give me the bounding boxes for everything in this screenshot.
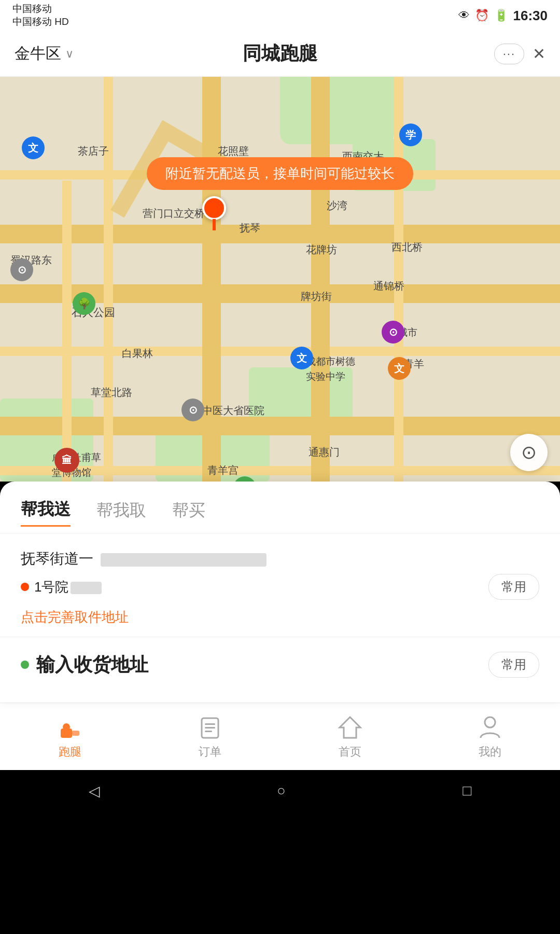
map-label-huapaif: 花牌坊 xyxy=(306,243,337,257)
road-h4 xyxy=(0,347,560,356)
address-blurred-part xyxy=(101,553,267,567)
shouye-icon xyxy=(337,714,363,741)
nav-item-shouye[interactable]: 首页 xyxy=(280,714,420,760)
road-v5 xyxy=(62,181,72,482)
nav-item-dingdan[interactable]: 订单 xyxy=(140,714,280,760)
map-label-tongjinq: 通锦桥 xyxy=(373,279,404,293)
chevron-down-icon: ∨ xyxy=(65,47,74,61)
map-label-huazhaob: 花照壁 xyxy=(218,144,249,158)
address-blurred-small xyxy=(71,582,102,594)
paotui-icon xyxy=(57,714,83,741)
pickup-dot xyxy=(21,583,29,591)
map-pin-circle xyxy=(202,196,226,220)
delivery-text[interactable]: 输入收货地址 xyxy=(36,652,148,678)
svg-rect-5 xyxy=(205,727,215,729)
android-back-button[interactable]: ◁ xyxy=(89,782,100,800)
address-row-main: 抚琴街道一 xyxy=(21,548,539,570)
alarm-icon: ⏰ xyxy=(475,9,489,22)
map-pin xyxy=(202,196,226,230)
map-label-chadianzi: 茶店子 xyxy=(78,144,109,158)
android-nav-bar: ◁ ○ □ xyxy=(0,770,560,812)
nav-item-wode[interactable]: 我的 xyxy=(420,714,560,760)
map-area[interactable]: 茶店子 花照壁 西南交大 营门口立交桥 沙湾 蜀汉路东 花牌坊 通锦桥 抚琴 石… xyxy=(0,77,560,482)
nav-label-dingdan: 订单 xyxy=(199,744,221,760)
shopping-icon: ⊙ xyxy=(382,321,404,344)
map-label-paifangjie: 牌坊街 xyxy=(301,290,332,304)
tab-bangwosong[interactable]: 帮我送 xyxy=(21,498,71,527)
location-label: 金牛区 xyxy=(15,43,61,64)
tab-bangwoqu[interactable]: 帮我取 xyxy=(96,499,146,526)
tab-bangmai[interactable]: 帮买 xyxy=(172,499,205,526)
map-label-baiguol: 白果林 xyxy=(122,347,153,361)
map-label-qingyangq: 青羊宫 xyxy=(207,463,239,477)
wode-icon xyxy=(477,714,503,741)
map-label-shude: 成都市树德实验中学 xyxy=(306,354,355,384)
map-pin-tail xyxy=(213,219,216,230)
road-h1 xyxy=(0,225,560,243)
address-line1: 抚琴街道一 xyxy=(21,548,529,570)
svg-rect-1 xyxy=(63,723,70,731)
cultural-icon: 文 xyxy=(388,357,411,380)
bottom-nav: 跑腿 订单 首页 我的 xyxy=(0,703,560,770)
tab-bar: 帮我送 帮我取 帮买 xyxy=(0,482,560,533)
delivery-dot xyxy=(21,661,29,669)
status-bar: 中国移动 中国移动 HD 👁 ⏰ 🔋 16:30 xyxy=(0,0,560,31)
map-label-zhongyi: 中医大省医院 xyxy=(202,404,264,418)
school-icon-3: 文 xyxy=(290,347,313,369)
park-area-top xyxy=(280,77,394,144)
map-label-tonghuimen: 通惠门 xyxy=(309,445,340,459)
nav-item-paotui[interactable]: 跑腿 xyxy=(0,714,140,760)
park-icon-1: 🌳 xyxy=(73,292,95,315)
school-icon-1: 文 xyxy=(22,136,45,159)
android-home-button[interactable]: ○ xyxy=(277,782,286,799)
address-sub-prefix: 1号院 xyxy=(34,579,68,595)
road-v2 xyxy=(104,77,113,482)
nav-label-paotui: 跑腿 xyxy=(59,744,81,760)
carrier2-label: 中国移动 HD xyxy=(12,16,69,29)
nav-label-wode: 我的 xyxy=(479,744,501,760)
carrier-info: 中国移动 中国移动 HD xyxy=(12,3,69,28)
map-label-xibei: 西北桥 xyxy=(391,240,423,254)
svg-rect-2 xyxy=(72,731,79,736)
svg-rect-4 xyxy=(205,723,215,725)
battery-icon: 🔋 xyxy=(494,9,508,22)
more-button[interactable]: ··· xyxy=(494,44,524,64)
map-label-yingmenkou: 营门口立交桥 xyxy=(143,207,205,221)
road-v3 xyxy=(311,77,330,482)
carrier1-label: 中国移动 xyxy=(12,3,69,16)
museum-icon: 🏛 xyxy=(54,448,79,473)
status-right: 👁 ⏰ 🔋 16:30 xyxy=(458,8,548,24)
location-selector[interactable]: 金牛区 ∨ xyxy=(15,43,74,64)
status-time: 16:30 xyxy=(513,8,548,24)
address-text-prefix: 抚琴街道一 xyxy=(21,551,93,567)
header-actions: ··· ✕ xyxy=(494,44,545,64)
pickup-address-section: 抚琴街道一 1号院 常用 点击完善取件地址 xyxy=(0,533,560,637)
delivery-left: 输入收货地址 xyxy=(21,652,148,678)
android-recent-button[interactable]: □ xyxy=(463,782,471,799)
eye-icon: 👁 xyxy=(458,9,470,22)
dingdan-icon xyxy=(197,714,223,741)
delivery-row: 输入收货地址 常用 xyxy=(21,652,539,678)
svg-marker-7 xyxy=(340,717,360,738)
school-icon-2: 学 xyxy=(399,123,422,146)
close-button[interactable]: ✕ xyxy=(533,45,545,63)
location-icon: ⊙ xyxy=(521,442,537,463)
svg-rect-6 xyxy=(205,731,212,732)
location-button[interactable]: ⊙ xyxy=(510,434,548,471)
delivery-address-section: 输入收货地址 常用 xyxy=(0,637,560,692)
map-label-shawan: 沙湾 xyxy=(327,199,347,213)
delivery-common-button[interactable]: 常用 xyxy=(488,652,539,678)
road-v1 xyxy=(202,77,221,482)
page-title: 同城跑腿 xyxy=(243,41,317,66)
pickup-common-button[interactable]: 常用 xyxy=(488,574,539,600)
nav-label-shouye: 首页 xyxy=(339,744,361,760)
bottom-card: 帮我送 帮我取 帮买 抚琴街道一 1号院 常用 点击完善取件地址 输入收货地址 xyxy=(0,482,560,703)
hospital-icon: ⊙ xyxy=(181,399,204,421)
map-label-fuqin: 抚琴 xyxy=(240,221,260,235)
header: 金牛区 ∨ 同城跑腿 ··· ✕ xyxy=(0,31,560,77)
address-sub-row: 1号院 常用 xyxy=(21,574,539,600)
map-label-caotangbeilu: 草堂北路 xyxy=(91,386,132,400)
improve-address-link[interactable]: 点击完善取件地址 xyxy=(21,608,539,626)
address-sub-text: 1号院 xyxy=(34,578,102,596)
road-h5 xyxy=(0,417,560,435)
